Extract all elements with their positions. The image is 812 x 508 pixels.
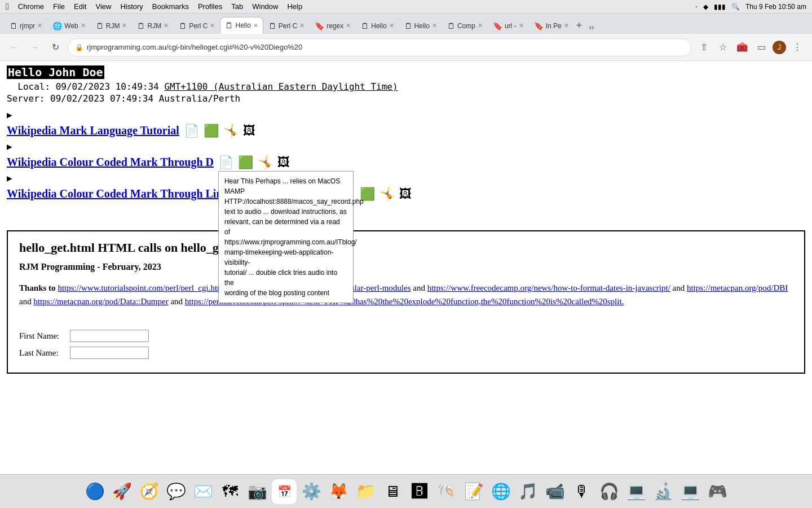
dock-firefox[interactable]: 🦊 [326,479,351,504]
tab-perl2[interactable]: 🗒 Perl C ✕ [263,17,310,34]
menu-view[interactable]: View [95,2,111,11]
collapse-toggle-2[interactable]: ▶ [7,141,805,152]
ref-link-3[interactable]: https://www.freecodecamp.org/news/how-to… [427,283,670,292]
menu-profiles[interactable]: Profiles [198,2,222,11]
and-5: and [170,297,184,306]
menu-edit[interactable]: Edit [74,2,86,11]
ref-link-5[interactable]: https://metacpan.org/pod/Data::Dumper [33,297,168,306]
dock-photos[interactable]: 📷 [245,479,270,504]
dock-calendar[interactable]: 📅 [272,479,297,504]
tab-close-13[interactable]: ✕ [564,22,569,29]
dock-mail[interactable]: ✉️ [191,479,215,504]
ref-link-1[interactable]: https://www.tutorialspoint.com/perl/perl… [58,283,223,292]
dock-app5[interactable]: 💻 [624,479,648,504]
menu-tab[interactable]: Tab [231,2,243,11]
reload-button[interactable]: ↻ [47,40,63,55]
dock-zoom[interactable]: 📹 [542,479,567,504]
menu-history[interactable]: History [120,2,143,11]
green-square-icon-1[interactable]: 🟩 [204,124,219,138]
tab-close-2[interactable]: ✕ [81,22,86,29]
dock-app7[interactable]: 💻 [678,479,703,504]
tab-hello3[interactable]: 🗒 Hello ✕ [399,17,442,34]
dock-chrome[interactable]: 🌐 [488,479,513,504]
dock-podcast[interactable]: 🎧 [597,479,621,504]
doc-icon-1[interactable]: 📄 [184,124,199,138]
ref-link-4[interactable]: https://metacpan.org/pod/DBI [687,283,788,292]
dock-finder[interactable]: 🔵 [82,479,107,504]
dock-filezilla[interactable]: 📁 [353,479,378,504]
tab-close-9[interactable]: ✕ [389,22,394,29]
dock-music[interactable]: 🎵 [515,479,540,504]
apple-menu[interactable]:  [6,2,9,12]
dock-vscode[interactable]: 📝 [461,479,486,504]
dock-maps[interactable]: 🗺 [218,479,242,504]
menu-chrome[interactable]: Chrome [18,2,44,11]
landscape-icon-3[interactable]: 🖼 [399,187,412,201]
local-tz-link[interactable]: GMT+1100 (Australian Eastern Daylight Ti… [164,81,398,92]
tab-close-4[interactable]: ✕ [164,22,169,29]
article-title: hello_get.html HTML calls on hello_get.c… [19,240,793,255]
tab-close-7[interactable]: ✕ [299,22,304,29]
tab-close-1[interactable]: ✕ [37,22,42,29]
collapse-toggle-1[interactable]: ▶ [7,110,805,120]
tab-inpe[interactable]: 🔖 In Pe ✕ [529,17,574,34]
tab-regex[interactable]: 🔖 regex ✕ [310,17,356,34]
last-name-input[interactable] [70,347,149,359]
menu-window[interactable]: Window [252,2,278,11]
tab-url[interactable]: 🔖 url - ✕ [488,17,529,34]
menu-bookmarks[interactable]: Bookmarks [152,2,189,11]
tab-close-12[interactable]: ✕ [519,22,524,29]
dock-settings[interactable]: ⚙️ [299,479,324,504]
tab-perl1[interactable]: 🗒 Perl C ✕ [174,17,220,34]
dock-app8[interactable]: 🎮 [705,479,730,504]
menu-help[interactable]: Help [287,2,302,11]
dock-safari[interactable]: 🧭 [136,479,161,504]
green-square-icon-2[interactable]: 🟩 [238,155,253,169]
tab-web[interactable]: 🌐 Web ✕ [47,17,90,34]
menu-button[interactable]: ⋮ [789,40,805,55]
landscape-icon-2[interactable]: 🖼 [277,155,290,169]
tab-hello2[interactable]: 🗒 Hello ✕ [356,17,399,34]
tab-label-5: Perl C [189,22,208,30]
back-button[interactable]: ← [7,40,23,55]
wiki-link-1[interactable]: Wikipedia Mark Language Tutorial [7,124,179,137]
first-name-input[interactable] [70,330,149,342]
dock-launchpad[interactable]: 🚀 [109,479,134,504]
more-tabs-button[interactable]: ›› [586,20,596,34]
new-tab-button[interactable]: + [574,17,585,34]
tab-icon-9: 🗒 [361,21,369,30]
dock-app6[interactable]: 🔬 [651,479,676,504]
tab-rjmpr[interactable]: 🗒 rjmpr ✕ [5,17,47,34]
tab-close-5[interactable]: ✕ [210,22,215,29]
address-field[interactable]: 🔒 rjmprogramming.com.au/cgi-bin/helloget… [68,38,691,56]
forward-button[interactable]: → [27,40,43,55]
tab-close-10[interactable]: ✕ [432,22,437,29]
person-icon-2[interactable]: 🤸 [258,155,273,169]
dock-app1[interactable]: 🖥 [380,479,405,504]
dock-app2[interactable]: 🅱 [407,479,432,504]
tab-rjm1[interactable]: 🗒 RJM ✕ [91,17,133,34]
profile-avatar[interactable]: J [773,41,786,54]
share-button[interactable]: ⇧ [696,40,712,55]
person-icon-3[interactable]: 🤸 [379,187,395,201]
search-icon[interactable]: 🔍 [731,3,740,11]
sidebar-button[interactable]: ▭ [753,40,769,55]
tab-comp[interactable]: 🗒 Comp ✕ [442,17,488,34]
tab-close-11[interactable]: ✕ [478,22,483,29]
landscape-icon-1[interactable]: 🖼 [243,124,255,138]
person-icon-1[interactable]: 🤸 [223,124,239,138]
extension-button[interactable]: 🧰 [734,40,750,55]
menu-file[interactable]: File [53,2,65,11]
wiki-link-2[interactable]: Wikipedia Colour Coded Mark Through D [7,156,214,169]
tab-close-3[interactable]: ✕ [122,22,127,29]
tab-close-6[interactable]: ✕ [253,22,258,29]
dock-app4[interactable]: 🎙 [570,479,594,504]
collapse-toggle-3[interactable]: ▶ [7,173,805,183]
doc-icon-2[interactable]: 📄 [218,155,233,169]
tab-close-8[interactable]: ✕ [346,22,351,29]
dock-app3[interactable]: 🐚 [434,479,459,504]
bookmark-button[interactable]: ☆ [715,40,731,55]
dock-messages[interactable]: 💬 [164,479,188,504]
tab-hello-active[interactable]: 🗒 Hello ✕ [220,17,263,34]
tab-rjm2[interactable]: 🗒 RJM ✕ [132,17,174,34]
